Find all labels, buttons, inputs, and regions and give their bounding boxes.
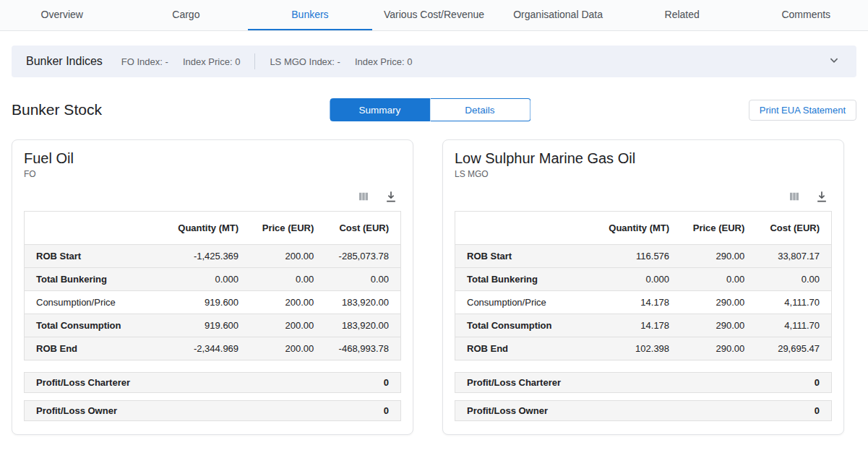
download-icon[interactable] <box>815 189 829 204</box>
quantity-cell: 0.000 <box>579 268 681 291</box>
cost-cell: 33,807.17 <box>756 245 831 268</box>
price-cell: 0.00 <box>681 268 756 291</box>
card-subtitle: FO <box>24 169 401 179</box>
row-label: Consumption/Price <box>455 291 580 314</box>
quantity-cell: 14.178 <box>579 291 681 314</box>
price-cell: 290.00 <box>681 337 756 360</box>
table-row: Total Bunkering 0.000 0.00 0.00 <box>25 268 401 291</box>
price-cell: 290.00 <box>681 245 756 268</box>
card-toolbar <box>455 189 829 204</box>
quantity-cell: 102.398 <box>579 337 681 360</box>
quantity-cell: 919.600 <box>148 291 250 314</box>
fo-index-price-value: Index Price: 0 <box>183 56 241 67</box>
profit-loss-label: Profit/Loss Charterer <box>467 377 561 388</box>
tab-cargo[interactable]: Cargo <box>124 0 249 30</box>
cost-cell: 4,111.70 <box>756 314 831 337</box>
profit-loss-value: 0 <box>815 405 820 416</box>
corner-header <box>455 212 580 245</box>
price-cell: 200.00 <box>250 337 325 360</box>
row-label: Total Consumption <box>25 314 149 337</box>
card-subtitle: LS MGO <box>455 169 832 179</box>
profit-loss-owner-row: Profit/Loss Owner 0 <box>455 400 832 421</box>
indices-divider <box>254 53 255 69</box>
price-cell: 290.00 <box>681 291 756 314</box>
profit-loss-charterer-row: Profit/Loss Charterer 0 <box>24 372 401 393</box>
table-row: ROB End 102.398 290.00 29,695.47 <box>455 337 832 360</box>
cost-cell: 183,920.00 <box>325 291 400 314</box>
row-label: Consumption/Price <box>25 291 149 314</box>
profit-loss-value: 0 <box>384 377 389 388</box>
table-header-row: Quantity (MT) Price (EUR) Cost (EUR) <box>25 212 401 245</box>
row-label: Total Bunkering <box>25 268 149 291</box>
quantity-cell: 116.576 <box>579 245 681 268</box>
tab-various-cost-revenue[interactable]: Various Cost/Revenue <box>372 0 497 30</box>
quantity-cell: 14.178 <box>579 314 681 337</box>
tab-comments[interactable]: Comments <box>744 0 868 30</box>
fuel-oil-card: Fuel Oil FO Quantity (MT) Price (EUR) <box>12 139 413 435</box>
table-row: Total Consumption 919.600 200.00 183,920… <box>25 314 401 337</box>
quantity-cell: -2,344.969 <box>148 337 250 360</box>
column-view-icon[interactable] <box>787 190 802 203</box>
column-view-icon[interactable] <box>356 190 371 203</box>
row-label: Total Consumption <box>455 314 580 337</box>
card-title: Low Sulphur Marine Gas Oil <box>455 150 832 167</box>
card-title: Fuel Oil <box>24 150 401 167</box>
tab-bunkers[interactable]: Bunkers <box>248 0 372 30</box>
quantity-header: Quantity (MT) <box>148 212 250 245</box>
print-eua-statement-button[interactable]: Print EUA Statement <box>749 100 856 121</box>
chevron-down-icon <box>826 52 842 71</box>
bunker-table: Quantity (MT) Price (EUR) Cost (EUR) ROB… <box>24 211 401 360</box>
bunker-indices-title: Bunker Indices <box>26 55 103 68</box>
profit-loss-label: Profit/Loss Owner <box>36 405 117 416</box>
bunker-table: Quantity (MT) Price (EUR) Cost (EUR) ROB… <box>455 211 832 360</box>
price-header: Price (EUR) <box>681 212 756 245</box>
profit-loss-value: 0 <box>384 405 389 416</box>
price-header: Price (EUR) <box>250 212 325 245</box>
summary-details-toggle: Summary Details <box>330 98 530 121</box>
page-title: Bunker Stock <box>12 101 102 118</box>
cost-cell: -285,073.78 <box>325 245 400 268</box>
profit-loss-charterer-row: Profit/Loss Charterer 0 <box>455 372 832 393</box>
lsmgo-index-price-value: Index Price: 0 <box>355 56 413 67</box>
row-label: ROB Start <box>455 245 580 268</box>
price-cell: 290.00 <box>681 314 756 337</box>
cost-cell: 0.00 <box>325 268 400 291</box>
price-cell: 200.00 <box>250 314 325 337</box>
card-toolbar <box>24 189 398 204</box>
tab-related[interactable]: Related <box>620 0 744 30</box>
row-label: ROB End <box>25 337 149 360</box>
indices-collapse-toggle[interactable] <box>826 52 842 71</box>
quantity-cell: 919.600 <box>148 314 250 337</box>
profit-loss-value: 0 <box>815 377 820 388</box>
bunker-indices-panel: Bunker Indices FO Index: - Index Price: … <box>12 46 856 77</box>
download-icon[interactable] <box>384 189 398 204</box>
bunker-cards: Fuel Oil FO Quantity (MT) Price (EUR) <box>12 139 856 435</box>
row-label: ROB End <box>455 337 580 360</box>
details-toggle-button[interactable]: Details <box>430 98 530 121</box>
summary-toggle-button[interactable]: Summary <box>330 98 430 121</box>
corner-header <box>25 212 149 245</box>
cost-header: Cost (EUR) <box>325 212 400 245</box>
quantity-header: Quantity (MT) <box>579 212 681 245</box>
bunker-stock-header: Bunker Stock Summary Details Print EUA S… <box>12 98 856 122</box>
page: Overview Cargo Bunkers Various Cost/Reve… <box>0 0 868 458</box>
cost-cell: 0.00 <box>756 268 831 291</box>
row-label: Total Bunkering <box>455 268 580 291</box>
table-row: Total Bunkering 0.000 0.00 0.00 <box>455 268 832 291</box>
cost-header: Cost (EUR) <box>756 212 831 245</box>
row-label: ROB Start <box>25 245 149 268</box>
table-row: Consumption/Price 919.600 200.00 183,920… <box>25 291 401 314</box>
price-cell: 200.00 <box>250 245 325 268</box>
table-row: Total Consumption 14.178 290.00 4,111.70 <box>455 314 832 337</box>
ls-mgo-card: Low Sulphur Marine Gas Oil LS MGO Quanti… <box>442 139 844 435</box>
table-row: ROB Start 116.576 290.00 33,807.17 <box>455 245 832 268</box>
quantity-cell: 0.000 <box>148 268 250 291</box>
profit-loss-label: Profit/Loss Owner <box>467 405 548 416</box>
tab-overview[interactable]: Overview <box>0 0 124 30</box>
cost-cell: -468,993.78 <box>325 337 400 360</box>
lsmgo-index-value: LS MGO Index: - <box>270 56 340 67</box>
cost-cell: 4,111.70 <box>756 291 831 314</box>
tab-organisational-data[interactable]: Organisational Data <box>496 0 620 30</box>
table-row: ROB End -2,344.969 200.00 -468,993.78 <box>25 337 401 360</box>
profit-loss-owner-row: Profit/Loss Owner 0 <box>24 400 401 421</box>
